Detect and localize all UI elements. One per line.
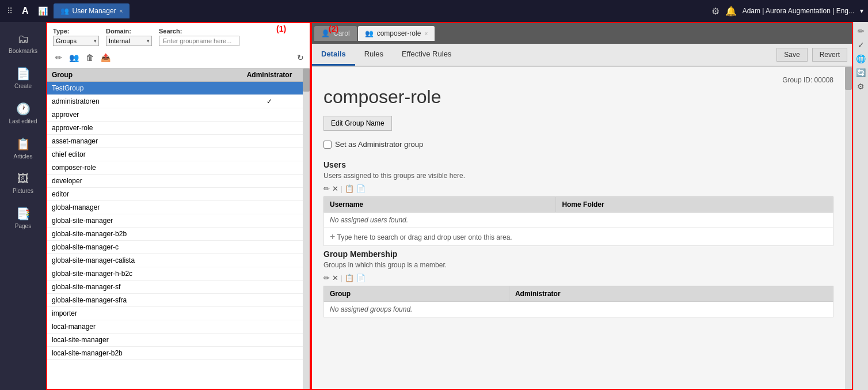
tab-details[interactable]: Details [312,44,355,66]
group-admin-check: ✓ [241,97,298,105]
save-button[interactable]: Save [776,48,807,62]
composer-role-tab-close[interactable]: × [424,31,428,37]
group-row[interactable]: global-site-manager-b2b [47,228,303,241]
group-row[interactable]: approver-role [47,122,303,135]
groups-table-header: Group Administrator [47,69,303,82]
sidebar-item-last-edited[interactable]: 🕐 Last edited [0,96,46,130]
right-edge-globe-icon[interactable]: 🌐 [856,54,866,63]
edit-group-name-button[interactable]: Edit Group Name [323,116,392,131]
sidebar-item-bookmarks[interactable]: 🗂 Bookmarks [0,26,46,60]
group-row[interactable]: global-site-manager-sf [47,281,303,294]
add-users-button[interactable]: 👥 [67,52,81,63]
group-name: global-site-manager-b2b [52,230,241,238]
membership-delete-button[interactable]: ✕ [332,274,338,282]
right-edge-gear-icon[interactable]: ⚙ [857,82,865,91]
group-row[interactable]: global-manager [47,201,303,214]
membership-paste-button[interactable]: 📄 [356,274,366,282]
topbar-right: ⚙ 🔔 Adam | Aurora Augmentation | Eng... … [711,6,863,17]
groups-table: Group Administrator TestGroup administra… [47,69,303,389]
group-row[interactable]: administratoren ✓ [47,95,303,108]
group-name: importer [52,309,241,317]
group-membership-desc: Groups in which this group is a member. [323,261,833,269]
group-row[interactable]: chief editor [47,148,303,161]
inner-tabs-bar: Details Rules Effective Rules Save Rever… [312,44,852,67]
group-row[interactable]: global-site-manager-sfra [47,294,303,307]
tab-effective-rules[interactable]: Effective Rules [393,44,460,66]
group-row[interactable]: local-site-manager-b2b [47,347,303,360]
sidebar-item-pictures[interactable]: 🖼 Pictures [0,166,46,200]
group-row[interactable]: editor [47,188,303,201]
sidebar-item-create[interactable]: 📄 Create [0,61,46,95]
notifications-icon[interactable]: 🔔 [725,6,737,17]
group-name: global-site-manager-sfra [52,296,241,304]
refresh-icon[interactable]: ↻ [297,53,304,62]
group-row[interactable]: approver [47,108,303,122]
usermanager-tab-close[interactable]: × [120,8,123,14]
group-row[interactable]: composer-role [47,161,303,175]
group-name: global-site-manager-h-b2c [52,270,241,278]
users-section-desc: Users assigned to this groups are visibl… [323,172,833,180]
create-icon: 📄 [16,67,31,81]
composer-role-tab-icon: 👥 [365,29,374,37]
group-row[interactable]: TestGroup [47,82,303,95]
users-edit-button[interactable]: ✏ [323,184,330,193]
pages-icon: 📑 [16,207,31,221]
topbar: ⠿ A 📊 👥 User Manager × ⚙ 🔔 Adam | Aurora… [0,0,868,22]
group-row[interactable]: developer [47,175,303,188]
export-button[interactable]: 📤 [98,52,113,63]
users-delete-button[interactable]: ✕ [332,184,338,193]
group-row[interactable]: local-manager [47,320,303,334]
sidebar-item-pages[interactable]: 📑 Pages [0,201,46,235]
users-toolbar-sep: | [341,185,342,193]
right-edge-refresh-icon[interactable]: 🔄 [856,68,866,77]
group-row[interactable]: asset-manager [47,135,303,148]
bookmarks-icon: 🗂 [17,32,29,46]
right-edge-check-icon[interactable]: ✓ [858,40,865,50]
admin-checkbox[interactable] [323,141,332,149]
delete-group-button[interactable]: 🗑 [83,52,96,63]
type-select[interactable]: Groups [53,36,99,46]
group-name: TestGroup [52,84,241,92]
settings-icon[interactable]: ⚙ [711,6,719,17]
group-row[interactable]: global-site-manager [47,214,303,228]
group-name: local-site-manager-b2b [52,349,241,357]
groups-scrollbar[interactable] [303,69,310,389]
admin-column-header: Administrator [241,71,298,79]
tab-composer-role[interactable]: 👥 composer-role × [358,26,435,41]
right-edge-edit-icon[interactable]: ✏ [858,26,865,36]
groups-toolbar: ✏ 👥 🗑 📤 ↻ [53,50,304,66]
dashboard-icon[interactable]: 📊 [36,4,50,18]
groups-filters: Type: Groups Domain: Internal [53,28,304,46]
group-row[interactable]: local-site-manager [47,334,303,347]
group-row[interactable]: global-site-manager-c [47,241,303,254]
membership-edit-button[interactable]: ✏ [323,274,330,282]
add-user-row[interactable]: + Type here to search or drag and drop u… [324,228,833,246]
membership-copy-button[interactable]: 📋 [345,274,354,282]
tab-rules[interactable]: Rules [355,44,393,66]
app-logo: A [18,6,32,16]
domain-select[interactable]: Internal [106,36,152,46]
group-name: editor [52,190,241,198]
type-label: Type: [53,28,99,35]
edit-group-button[interactable]: ✏ [53,52,64,63]
inner-tabs: Details Rules Effective Rules [312,44,460,66]
sidebar-item-articles[interactable]: 📋 Articles [0,131,46,165]
revert-button[interactable]: Revert [812,48,847,62]
users-copy-button[interactable]: 📋 [345,184,354,193]
users-section-title: Users [323,160,833,169]
search-input[interactable] [159,36,239,46]
group-row[interactable]: global-site-manager-calista [47,254,303,267]
group-row[interactable]: importer [47,307,303,320]
usermanager-tab[interactable]: 👥 User Manager × [54,3,130,18]
detail-scrollbar[interactable] [845,67,852,389]
membership-table: Group Administrator No assigned groups f… [323,286,833,317]
group-row[interactable]: global-site-manager-h-b2c [47,267,303,281]
last-edited-icon: 🕐 [16,102,31,116]
grid-icon[interactable]: ⠿ [5,4,15,18]
group-id: Group ID: 00008 [323,76,833,84]
group-membership-title: Group Membership [323,249,833,259]
chevron-down-icon[interactable]: ▾ [860,7,863,15]
users-paste-button[interactable]: 📄 [356,184,366,193]
group-column-header: Group [52,71,241,79]
sidebar-item-create-label: Create [14,83,32,89]
